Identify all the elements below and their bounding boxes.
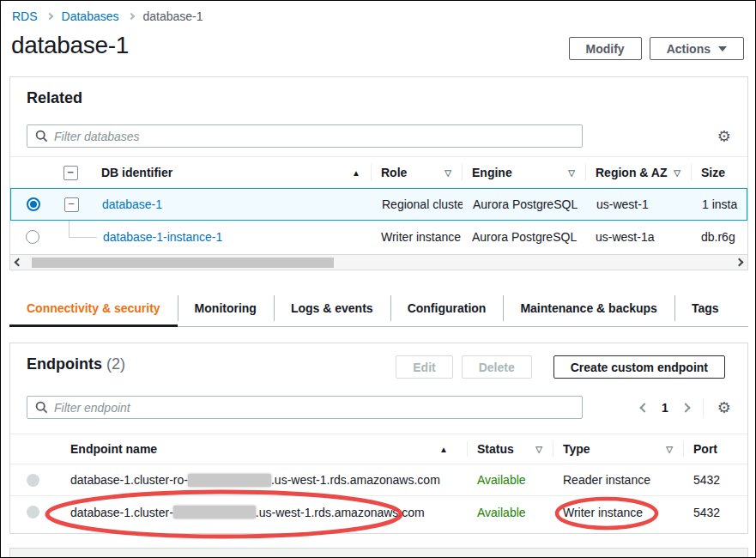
sort-toggle-icon: ▽	[568, 168, 575, 178]
filter-endpoint-input[interactable]	[54, 401, 574, 415]
filter-endpoint-box	[27, 396, 583, 419]
previous-page-icon[interactable]	[639, 403, 649, 412]
tab-tags[interactable]: Tags	[674, 289, 736, 327]
collapse-all-icon[interactable]: −	[64, 166, 78, 180]
row-radio-selected[interactable]	[27, 197, 40, 211]
rds-console-page: { "breadcrumb": { "items": ["RDS", "Data…	[0, 0, 756, 558]
column-type[interactable]: Type ▽	[553, 434, 683, 464]
column-role[interactable]: Role ▽	[371, 157, 462, 188]
related-panel: Related ⚙ − DB identifier ▲ Role ▽ Engin…	[9, 76, 748, 270]
cell-engine: Aurora PostgreSQL	[462, 230, 585, 244]
detail-tabs: Connectivity & security Monitoring Logs …	[9, 289, 748, 327]
endpoints-count: (2)	[106, 355, 125, 373]
sort-toggle-icon: ▽	[666, 445, 673, 454]
db-instance-link[interactable]: database-1-instance-1	[103, 230, 222, 244]
sort-ascending-icon: ▲	[352, 168, 360, 178]
sort-toggle-icon: ▽	[445, 168, 451, 178]
cell-type: Writer instance	[553, 506, 683, 519]
sort-toggle-icon: ▽	[535, 445, 542, 454]
related-table-header: − DB identifier ▲ Role ▽ Engine ▽ Region…	[10, 156, 747, 189]
tree-connector: database-1-instance-1	[55, 221, 371, 253]
tab-connectivity-security[interactable]: Connectivity & security	[9, 289, 178, 327]
cell-role: Regional cluster	[372, 197, 463, 211]
caret-down-icon	[718, 46, 727, 52]
tab-maintenance-backups[interactable]: Maintenance & backups	[503, 289, 674, 327]
collapse-row-icon[interactable]: −	[64, 197, 79, 212]
table-row-database-1: − database-1 Regional cluster Aurora Pos…	[10, 188, 747, 221]
filter-databases-box	[27, 124, 583, 148]
table-row-database-1-instance-1: database-1-instance-1 Writer instance Au…	[10, 221, 747, 253]
page-number[interactable]: 1	[662, 401, 668, 415]
create-custom-endpoint-button[interactable]: Create custom endpoint	[553, 355, 725, 379]
status-badge: Available	[467, 473, 553, 487]
cell-region-az: us-west-1	[586, 197, 692, 211]
filter-databases-input[interactable]	[54, 130, 574, 143]
column-port[interactable]: Port	[683, 434, 747, 464]
endpoints-title: Endpoints (2)	[27, 355, 125, 373]
cell-type: Reader instance	[553, 473, 683, 487]
tab-monitoring[interactable]: Monitoring	[178, 289, 274, 327]
endpoint-row-reader: database-1.cluster-ro- .us-west-1.rds.am…	[10, 464, 747, 496]
edit-button[interactable]: Edit	[396, 355, 452, 379]
modify-button[interactable]: Modify	[569, 37, 642, 60]
tab-configuration[interactable]: Configuration	[390, 289, 504, 327]
column-engine[interactable]: Engine ▽	[462, 157, 585, 188]
related-table: − DB identifier ▲ Role ▽ Engine ▽ Region…	[10, 156, 747, 253]
column-size[interactable]: Size	[691, 157, 747, 188]
breadcrumb: RDS Databases database-1	[12, 9, 203, 23]
column-endpoint-name[interactable]: Endpoint name ▲	[55, 434, 467, 464]
actions-button[interactable]: Actions	[650, 37, 744, 60]
page-actions: Modify Actions	[569, 37, 744, 60]
breadcrumb-databases[interactable]: Databases	[62, 9, 119, 23]
related-settings-gear-icon[interactable]: ⚙	[717, 129, 731, 144]
cell-region-az: us-west-1a	[585, 230, 691, 244]
column-status[interactable]: Status ▽	[467, 434, 553, 464]
related-title: Related	[27, 89, 82, 107]
horizontal-scrollbar	[10, 254, 747, 270]
cell-size: 1 insta	[692, 197, 747, 211]
divider	[703, 398, 704, 417]
scroll-right-icon[interactable]	[735, 258, 744, 267]
cell-role: Writer instance	[371, 230, 462, 244]
endpoints-settings-gear-icon[interactable]: ⚙	[717, 400, 731, 415]
row-radio-disabled[interactable]	[27, 474, 39, 487]
scroll-left-icon[interactable]	[15, 258, 23, 267]
next-section-edge	[9, 548, 748, 558]
cell-port: 5432	[683, 473, 747, 487]
scrollbar-thumb[interactable]	[32, 258, 334, 268]
column-region-az[interactable]: Region & AZ ▽	[585, 157, 691, 188]
cell-port: 5432	[683, 506, 747, 519]
search-icon	[35, 130, 48, 143]
row-radio-disabled[interactable]	[27, 506, 39, 519]
endpoints-panel: Endpoints (2) Edit Delete Create custom …	[9, 343, 748, 534]
pagination: 1	[641, 401, 689, 415]
column-db-identifier[interactable]: DB identifier ▲	[86, 157, 371, 188]
db-cluster-link[interactable]: database-1	[102, 197, 162, 211]
chevron-right-icon	[127, 13, 134, 20]
endpoint-name-reader: database-1.cluster-ro- .us-west-1.rds.am…	[55, 473, 467, 487]
cell-engine: Aurora PostgreSQL	[463, 197, 586, 211]
endpoints-table-header: Endpoint name ▲ Status ▽ Type ▽ Port	[10, 434, 747, 464]
chevron-right-icon	[45, 13, 52, 20]
page-title: database-1	[11, 32, 129, 59]
scrollbar-track[interactable]	[25, 258, 733, 268]
endpoint-row-writer: database-1.cluster- .us-west-1.rds.amazo…	[10, 496, 747, 528]
redacted-text	[188, 474, 271, 487]
row-radio[interactable]	[26, 230, 39, 244]
breadcrumb-current: database-1	[143, 9, 203, 23]
tab-logs-events[interactable]: Logs & events	[274, 289, 390, 327]
actions-button-label: Actions	[667, 42, 711, 56]
search-icon	[35, 401, 48, 414]
breadcrumb-rds[interactable]: RDS	[12, 9, 38, 23]
delete-button[interactable]: Delete	[462, 355, 532, 379]
status-badge: Available	[467, 506, 553, 519]
next-page-icon[interactable]	[680, 403, 690, 412]
cell-size: db.r6g	[691, 230, 747, 244]
sort-ascending-icon: ▲	[439, 445, 448, 454]
endpoint-name-writer: database-1.cluster- .us-west-1.rds.amazo…	[55, 506, 467, 519]
redacted-text	[173, 506, 256, 519]
endpoints-table: Endpoint name ▲ Status ▽ Type ▽ Port dat…	[10, 434, 747, 528]
sort-toggle-icon: ▽	[674, 168, 680, 178]
